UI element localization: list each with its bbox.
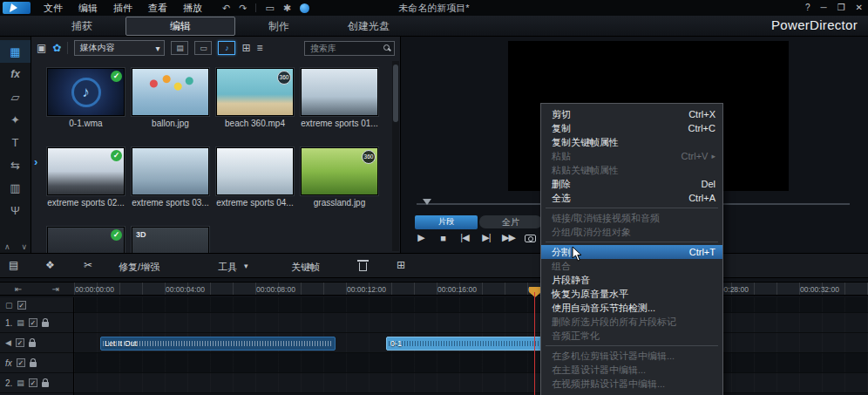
menu-file[interactable]: 文件 [36, 0, 71, 16]
grid-snap-icon[interactable]: ⊞ [397, 259, 405, 271]
lock-icon[interactable] [30, 362, 37, 367]
video-thumbnail[interactable] [216, 147, 294, 195]
lock-icon[interactable] [29, 342, 36, 347]
media-room-icon[interactable]: ▦ [0, 40, 31, 63]
menu-item-mute-clip[interactable]: 片段静音 [541, 273, 722, 287]
import-media-icon[interactable]: ▣ [37, 42, 46, 54]
play-button[interactable]: ▶ [415, 232, 427, 243]
menu-item-edit-multicam[interactable]: 在多机位剪辑设计器中编辑... [541, 349, 722, 363]
video-thumbnail[interactable]: 3D [132, 227, 209, 253]
media-content-dropdown[interactable]: 媒体内容 ▾ [74, 40, 165, 56]
title-room-icon[interactable]: T [0, 131, 31, 153]
menu-item-cut[interactable]: 剪切 Ctrl+X [541, 107, 722, 121]
lock-icon[interactable] [42, 322, 49, 327]
media-item[interactable]: 3D [132, 227, 209, 253]
filter-video-button[interactable]: ▭ [194, 41, 212, 55]
track-checkbox[interactable]: ✓ [17, 301, 26, 310]
media-item[interactable]: ballon.jpg [132, 68, 209, 128]
filter-media-button[interactable]: ▤ [171, 41, 188, 55]
menu-item-restore-volume[interactable]: 恢复为原音量水平 [541, 287, 722, 301]
range-select-icon[interactable]: ▢ [5, 301, 13, 310]
track-lane-fx[interactable] [74, 353, 868, 373]
menu-item-copy-keyframe-attrs[interactable]: 复制关键帧属性 [541, 135, 722, 149]
track-enable-checkbox[interactable]: ✓ [16, 338, 24, 347]
tab-clip-mode[interactable]: 片段 [415, 215, 478, 229]
tab-produce[interactable]: 制作 [237, 17, 321, 35]
track-lane-video2[interactable] [74, 373, 868, 393]
grid-view-icon[interactable]: ⊞ [241, 42, 250, 54]
video-thumbnail[interactable]: 360 [216, 68, 294, 116]
next-frame-button[interactable]: ▶| [480, 232, 492, 243]
menu-play[interactable]: 播放 [175, 0, 210, 16]
media-item[interactable]: extreme sports 04... [216, 147, 294, 208]
track-enable-checkbox[interactable]: ✓ [29, 318, 37, 327]
media-item[interactable]: 360 beach 360.mp4 [216, 68, 294, 128]
search-icon[interactable] [383, 44, 390, 51]
trash-icon[interactable] [359, 262, 367, 271]
menu-item-select-all[interactable]: 全选 Ctrl+A [541, 191, 722, 205]
tools-button[interactable]: 工具 [218, 261, 237, 274]
rail-scroll-down-icon[interactable]: ∨ [21, 242, 27, 251]
track-enable-checkbox[interactable]: ✓ [29, 378, 37, 387]
settings-gear-icon[interactable]: ✱ [283, 3, 291, 14]
menu-item-edit-video-collage[interactable]: 在视频拼贴设计器中编辑... [541, 377, 722, 391]
menu-item-edit-theme-designer[interactable]: 在主题设计器中编辑... [541, 363, 722, 377]
keyframe-button[interactable]: 关键帧 [291, 261, 320, 274]
audio-clip-let-it-out[interactable]: Let It Out [100, 337, 336, 351]
timeline-tracks[interactable]: Let It Out 0-1 [74, 297, 868, 395]
transition-room-icon[interactable]: ⇆ [0, 153, 31, 176]
tab-capture[interactable]: 捕获 [40, 17, 124, 35]
fast-forward-button[interactable]: ▶▶ [502, 232, 515, 243]
previous-frame-button[interactable]: |◀ [458, 232, 471, 243]
minimize-button[interactable]: ─ [821, 0, 827, 16]
menu-plugins[interactable]: 插件 [105, 0, 140, 16]
tab-edit[interactable]: 编辑 [125, 17, 235, 36]
snapshot-camera-icon[interactable] [525, 235, 536, 242]
list-view-icon[interactable]: ≡ [256, 42, 262, 54]
redo-icon[interactable]: ↷ [239, 3, 247, 14]
voice-over-room-icon[interactable]: Ψ [0, 199, 31, 221]
maximize-button[interactable]: ❐ [837, 0, 845, 16]
split-scissors-icon[interactable]: ✂ [84, 259, 92, 271]
video-thumbnail[interactable] [301, 68, 378, 116]
menu-item-paste[interactable]: 粘贴 Ctrl+V ▸ [541, 149, 722, 163]
select-move-icon[interactable]: ❖ [45, 259, 55, 271]
video-thumbnail[interactable]: ✓ [47, 147, 125, 195]
undo-icon[interactable]: ↶ [222, 3, 230, 14]
scrollbar-thumb[interactable] [393, 65, 398, 122]
tab-create-disc[interactable]: 创建光盘 [321, 17, 417, 35]
notification-badge-icon[interactable] [300, 3, 309, 13]
panel-collapse-arrow[interactable]: › [34, 155, 37, 168]
media-item[interactable]: ✓ extreme sports 02... [47, 147, 125, 208]
fix-enhance-button[interactable]: 修复/增强 [119, 261, 159, 274]
track-lane[interactable] [74, 297, 868, 313]
rail-scroll-up-icon[interactable]: ∧ [4, 242, 10, 251]
track-manager-icon[interactable]: ▤ [9, 259, 18, 271]
media-item[interactable]: extreme sports 01... [301, 68, 378, 128]
playhead-marker[interactable] [529, 287, 541, 292]
media-item[interactable]: extreme sports 03... [132, 147, 209, 208]
menu-item-paste-keyframe-attrs[interactable]: 粘贴关键帧属性 [541, 163, 722, 177]
capture-screen-icon[interactable]: ▭ [265, 3, 274, 14]
menu-item-copy[interactable]: 复制 Ctrl+C [541, 121, 722, 135]
lock-icon[interactable] [42, 382, 49, 387]
close-button[interactable]: ✕ [856, 0, 863, 16]
track-enable-checkbox[interactable]: ✓ [17, 358, 25, 367]
help-button[interactable]: ? [805, 0, 810, 16]
menu-item-group-ungroup[interactable]: 分组/取消分组对象 [541, 225, 722, 239]
effect-room-icon[interactable]: fx [0, 63, 31, 85]
filter-music-button[interactable]: ♪ [218, 41, 235, 55]
seek-handle[interactable] [423, 199, 431, 205]
timeline-ruler[interactable]: 00:00:00:00 00:00:04:00 00:00:08:00 00:0… [74, 282, 868, 296]
pip-room-icon[interactable]: ▱ [0, 85, 31, 108]
image-thumbnail[interactable]: 360 [301, 147, 378, 195]
menu-item-link-unlink[interactable]: 链接/取消链接视频和音频 [541, 211, 722, 225]
search-input[interactable] [304, 41, 395, 56]
video-thumbnail[interactable]: ✓ [47, 227, 125, 253]
media-item[interactable]: ✓ [47, 227, 125, 253]
menu-item-beat-detection[interactable]: 使用自动音乐节拍检测... [541, 301, 722, 315]
audio-mixing-room-icon[interactable]: ▥ [0, 176, 31, 199]
audio-thumbnail[interactable]: ♪ ✓ [47, 68, 125, 116]
menu-item-remove-clip-marks[interactable]: 删除所选片段的所有片段标记 [541, 315, 722, 329]
menu-edit[interactable]: 编辑 [71, 0, 105, 16]
